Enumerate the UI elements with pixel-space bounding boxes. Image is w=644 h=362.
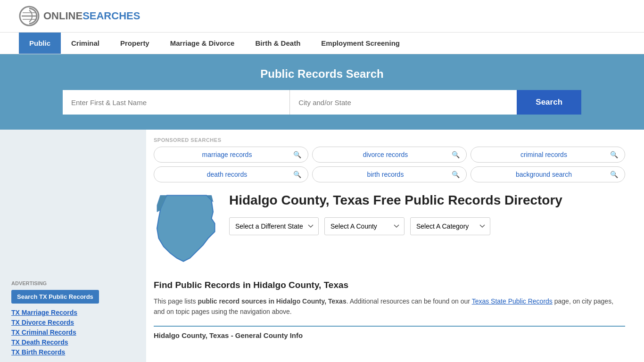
county-dropdown[interactable]: Select A County [324, 217, 405, 235]
search-button[interactable]: Search [517, 90, 581, 115]
search-icon-background: 🔍 [610, 171, 618, 178]
dropdowns-row: Select a Different State Select A County… [229, 217, 562, 235]
section-divider [154, 326, 625, 327]
logo-icon [19, 6, 40, 26]
tx-map-container [154, 192, 220, 267]
find-title: Find Public Records in Hidalgo County, T… [154, 280, 625, 290]
sponsored-pill-background[interactable]: background search 🔍 [471, 166, 625, 182]
find-section: Find Public Records in Hidalgo County, T… [154, 278, 625, 317]
texas-state-link[interactable]: Texas State Public Records [472, 297, 553, 305]
sponsored-pill-marriage[interactable]: marriage records 🔍 [154, 147, 308, 163]
sidebar-link-birth[interactable]: TX Birth Records [11, 348, 139, 356]
name-input[interactable] [63, 90, 290, 115]
sidebar-link-marriage[interactable]: TX Marriage Records [11, 308, 139, 317]
sidebar-link-criminal[interactable]: TX Criminal Records [11, 328, 139, 337]
nav-item-public[interactable]: Public [19, 33, 61, 54]
find-description: This page lists public record sources in… [154, 296, 625, 317]
search-icon-criminal: 🔍 [610, 151, 618, 158]
sidebar-ad-label: Advertising [11, 280, 139, 286]
find-desc-bold: public record sources in Hidalgo County,… [198, 297, 346, 305]
logo-text: ONLINE SEARCHES [43, 10, 140, 22]
sidebar-links: TX Marriage Records TX Divorce Records T… [11, 308, 139, 356]
search-icon-divorce: 🔍 [452, 151, 460, 158]
sidebar: Advertising Search TX Public Records TX … [0, 130, 146, 362]
search-bar: Search [63, 90, 581, 115]
search-icon-death: 🔍 [293, 171, 301, 178]
main-nav: Public Criminal Property Marriage & Divo… [0, 33, 644, 54]
logo-online: ONLINE [43, 10, 83, 22]
nav-item-property[interactable]: Property [110, 33, 160, 54]
nav-item-marriage[interactable]: Marriage & Divorce [160, 33, 245, 54]
sponsored-grid: marriage records 🔍 divorce records 🔍 cri… [154, 147, 625, 182]
nav-item-birth[interactable]: Birth & Death [245, 33, 311, 54]
main-area: Advertising Search TX Public Records TX … [0, 130, 644, 362]
header: ONLINE SEARCHES [0, 0, 644, 33]
search-icon-birth: 🔍 [452, 171, 460, 178]
logo-container[interactable]: ONLINE SEARCHES [19, 6, 140, 26]
general-info-title: Hidalgo County, Texas - General County I… [154, 331, 625, 339]
county-info: Hidalgo County, Texas Free Public Record… [229, 192, 562, 235]
sidebar-ad-button[interactable]: Search TX Public Records [11, 290, 99, 304]
sponsored-pill-divorce[interactable]: divorce records 🔍 [312, 147, 467, 163]
logo-searches: SEARCHES [83, 10, 140, 22]
sponsored-label: SPONSORED SEARCHES [154, 137, 625, 143]
sidebar-link-divorce[interactable]: TX Divorce Records [11, 318, 139, 327]
sponsored-pill-birth[interactable]: birth records 🔍 [312, 166, 467, 182]
texas-map-icon [154, 192, 220, 265]
sidebar-link-death[interactable]: TX Death Records [11, 338, 139, 346]
content-area: SPONSORED SEARCHES marriage records 🔍 di… [146, 130, 644, 362]
county-title: Hidalgo County, Texas Free Public Record… [229, 192, 562, 209]
state-dropdown[interactable]: Select a Different State [229, 217, 319, 235]
nav-item-criminal[interactable]: Criminal [61, 33, 110, 54]
county-section: Hidalgo County, Texas Free Public Record… [154, 192, 625, 267]
hero-banner: Public Records Search Search [0, 54, 644, 130]
hero-title: Public Records Search [19, 67, 625, 81]
nav-item-employment[interactable]: Employment Screening [311, 33, 410, 54]
find-desc-pre: This page lists [154, 297, 198, 305]
search-icon-marriage: 🔍 [293, 151, 301, 158]
sponsored-pill-criminal[interactable]: criminal records 🔍 [471, 147, 625, 163]
location-input[interactable] [290, 90, 517, 115]
find-desc-mid: . Additional resources can be found on o… [347, 297, 472, 305]
sponsored-pill-death[interactable]: death records 🔍 [154, 166, 308, 182]
category-dropdown[interactable]: Select A Category [410, 217, 490, 235]
